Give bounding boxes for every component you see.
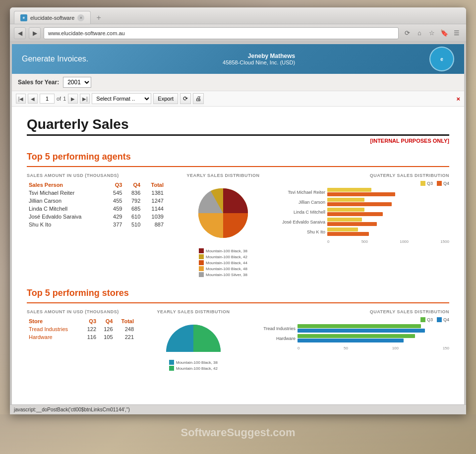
- agents-bar-legend: Q3 Q4: [281, 181, 449, 186]
- bar-q3: [327, 208, 364, 212]
- first-page-button[interactable]: |◀: [16, 94, 26, 104]
- axis-label: 150: [443, 346, 449, 350]
- forward-button[interactable]: ▶: [29, 27, 41, 39]
- page-total: 1: [63, 96, 66, 102]
- stores-axis-labels: 050100150: [251, 346, 449, 350]
- store-col-q3: Q3: [82, 317, 98, 325]
- table-row: Tsvi Michael Reiter 545 836 1381: [27, 189, 166, 197]
- refresh-report-button[interactable]: ⟳: [180, 93, 191, 104]
- logo-text: e: [440, 57, 443, 62]
- bookmark-icon[interactable]: 🔖: [439, 28, 450, 39]
- report-title: Quarterly Sales: [27, 116, 449, 132]
- stores-quarterly-label: QUATERLY SALES DISTRIBUTION: [251, 309, 449, 314]
- stores-yearly-label: YEARLY SALES DISTRIBUTION: [157, 309, 230, 314]
- agent-name: Jillian Carson: [27, 197, 106, 205]
- col-q3: Q3: [106, 181, 124, 189]
- bar-label: Linda C Mitchell: [281, 210, 325, 215]
- q4-color: [437, 181, 442, 186]
- year-select[interactable]: 2001: [63, 77, 91, 88]
- legend-q4: Q4: [437, 181, 449, 186]
- tab-close-button[interactable]: ×: [77, 14, 84, 21]
- store-col-total: Total: [115, 317, 136, 325]
- agent-q3: 429: [106, 213, 124, 221]
- bar-q4: [327, 232, 369, 236]
- agents-table-label: SALES AMOUNT IN USD (THOUSANDS): [27, 173, 166, 178]
- agent-total: 887: [142, 221, 166, 228]
- store-q4-label: Q4: [443, 317, 449, 322]
- export-button[interactable]: Export: [153, 93, 178, 104]
- store-q4-color: [437, 317, 442, 322]
- bar-container: [298, 324, 449, 333]
- bar-q4: [298, 339, 404, 342]
- browser-content: Generate Invoices. Jeneby Mathews 45858-…: [10, 42, 466, 414]
- tab-title: elucidate-software: [30, 15, 74, 21]
- stores-divider: [27, 302, 449, 303]
- agent-q3: 459: [106, 205, 124, 213]
- bar-label: Shu K Ito: [281, 229, 325, 234]
- pie-legend-text: Mountain-100 Black, 48: [206, 267, 247, 271]
- menu-icon[interactable]: ☰: [451, 28, 462, 39]
- store-q3-label: Q3: [427, 317, 433, 322]
- star-icon[interactable]: ☆: [426, 28, 437, 39]
- pie-legend-color: [199, 272, 204, 277]
- close-report-button[interactable]: ×: [456, 95, 460, 103]
- agents-yearly-label: YEARLY SALES DISTRIBUTION: [186, 173, 259, 178]
- back-button[interactable]: ◀: [14, 27, 26, 39]
- stores-section-title: Top 5 performing stores: [27, 288, 449, 298]
- last-page-button[interactable]: ▶|: [80, 94, 90, 104]
- pie-legend-item: Mountain-100 Silver, 38: [199, 272, 247, 277]
- stores-pie-chart: [161, 317, 226, 357]
- page-input[interactable]: 1: [40, 94, 55, 104]
- watermark: SoftwareSuggest.com: [180, 426, 295, 439]
- bar-container: [327, 227, 449, 236]
- store-name: Hardware: [27, 333, 82, 341]
- browser-titlebar: e elucidate-software × +: [10, 7, 466, 24]
- next-page-button[interactable]: ▶: [68, 94, 78, 104]
- bar-q4: [327, 212, 383, 216]
- stores-table-label: SALES AMOUNT IN USD (THOUSANDS): [27, 309, 136, 314]
- agents-axis-labels: 050010001500: [281, 239, 449, 244]
- agent-name: José Edvaldo Saraiva: [27, 213, 106, 221]
- agent-q4: 610: [124, 213, 142, 221]
- bar-container: [327, 208, 449, 216]
- bar-row: José Edvaldo Saraiva: [281, 218, 449, 226]
- browser-tab[interactable]: e elucidate-software ×: [14, 11, 91, 24]
- store-name: Tread Industries: [27, 325, 82, 333]
- axis-label: 0: [327, 239, 329, 244]
- agent-total: 1039: [142, 213, 166, 221]
- stores-bars-container: Tread Industries Hardware: [251, 324, 449, 344]
- bar-label: Hardware: [251, 336, 296, 341]
- agent-q4: 836: [124, 189, 142, 197]
- home-icon[interactable]: ⌂: [414, 28, 425, 39]
- agents-pie-chart-area: YEARLY SALES DISTRIBUTION Mountain-100 B…: [174, 173, 273, 278]
- q3-color: [420, 181, 425, 186]
- stores-table-area: SALES AMOUNT IN USD (THOUSANDS) Store Q3…: [27, 309, 136, 372]
- stores-pie-chart-area: YEARLY SALES DISTRIBUTION Mountain-100 B…: [144, 309, 243, 372]
- agents-table-area: SALES AMOUNT IN USD (THOUSANDS) Sales Pe…: [27, 173, 166, 278]
- user-company: 45858-Cloud Nine, Inc. (USD): [223, 59, 295, 65]
- refresh-icon[interactable]: ⟳: [402, 28, 413, 39]
- pie-legend-text: Mountain-100 Black, 42: [206, 255, 247, 259]
- internal-notice: [INTERNAL PURPOSES ONLY]: [27, 138, 449, 144]
- pie-legend-item: Mountain-100 Black, 38: [199, 248, 247, 253]
- store-q3: 116: [82, 333, 98, 341]
- table-row: Hardware 116 105 221: [27, 333, 136, 341]
- address-bar[interactable]: www.elucidate-software.com.au: [44, 27, 399, 39]
- print-button[interactable]: 🖨: [193, 93, 204, 104]
- q4-label: Q4: [443, 181, 449, 186]
- bar-row: Jillian Carson: [281, 198, 449, 206]
- pie-legend-text: Mountain-100 Black, 38: [176, 360, 218, 365]
- axis-label: 100: [392, 346, 399, 350]
- agents-table: Sales Person Q3 Q4 Total Tsvi Michael Re…: [27, 181, 166, 228]
- col-store-name: Store: [27, 317, 82, 325]
- url-text: www.elucidate-software.com.au: [48, 30, 125, 36]
- new-tab-button[interactable]: +: [93, 12, 105, 24]
- pie-legend-item: Mountain-100 Black, 48: [199, 266, 247, 271]
- pie-legend-text: Mountain-100 Black, 42: [176, 366, 218, 371]
- bar-row: Linda C Mitchell: [281, 208, 449, 216]
- report-content[interactable]: Quarterly Sales [INTERNAL PURPOSES ONLY]…: [12, 107, 464, 410]
- prev-page-button[interactable]: ◀: [28, 94, 38, 104]
- format-select[interactable]: Select Format ..: [92, 93, 151, 104]
- agent-q4: 510: [124, 221, 142, 228]
- bar-label: José Edvaldo Saraiva: [281, 220, 325, 225]
